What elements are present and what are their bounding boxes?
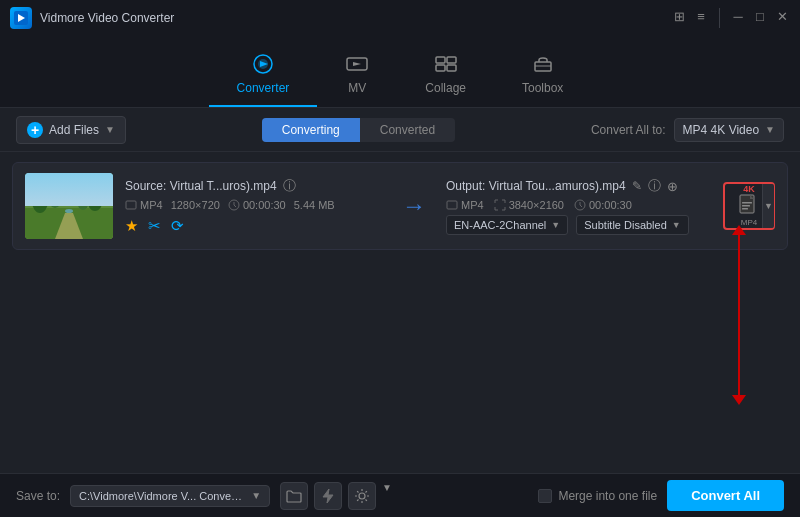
folder-icon-btn[interactable]: [280, 482, 308, 510]
source-resolution: 1280×720: [171, 199, 220, 211]
tab-toolbox[interactable]: Toolbox: [494, 44, 591, 107]
audio-select[interactable]: EN-AAC-2Channel ▼: [446, 215, 568, 235]
format-badge[interactable]: 4K MP4 ▼: [723, 182, 775, 230]
badge-format: MP4: [741, 219, 757, 227]
window-grid-btn[interactable]: ⊞: [671, 8, 687, 24]
add-files-label: Add Files: [49, 123, 99, 137]
output-edit-icon[interactable]: ✎: [632, 179, 642, 193]
svg-rect-25: [742, 202, 752, 204]
merge-checkbox[interactable]: [538, 489, 552, 503]
format-dropdown-arrow: ▼: [765, 124, 775, 135]
output-format: MP4: [446, 199, 484, 211]
audio-select-arrow: ▼: [551, 220, 560, 230]
svg-rect-8: [436, 65, 445, 71]
output-add-icon[interactable]: ⊕: [667, 179, 678, 194]
svg-rect-9: [447, 65, 456, 71]
toolbar: + Add Files ▼ Converting Converted Conve…: [0, 108, 800, 152]
subtitle-select-value: Subtitle Disabled: [584, 219, 667, 231]
restore-button[interactable]: □: [752, 8, 768, 24]
svg-rect-27: [742, 208, 748, 210]
save-path-text: C:\Vidmore\Vidmore V... Converter\Conver…: [79, 490, 245, 502]
svg-rect-6: [436, 57, 445, 63]
window-controls: ⊞ ≡ ─ □ ✕: [671, 8, 790, 28]
badge-file-icon: [738, 194, 760, 219]
format-badge-container: 4K MP4 ▼: [723, 182, 775, 230]
merge-label: Merge into one file: [558, 489, 657, 503]
effects-icon[interactable]: ⟳: [171, 217, 184, 235]
converting-tabs: Converting Converted: [262, 118, 455, 142]
collage-tab-label: Collage: [425, 81, 466, 95]
converter-icon: [251, 54, 275, 77]
close-button[interactable]: ✕: [774, 8, 790, 24]
output-resolution: 3840×2160: [494, 199, 564, 211]
svg-rect-12: [25, 173, 113, 208]
mv-tab-label: MV: [348, 81, 366, 95]
tab-collage[interactable]: Collage: [397, 44, 494, 107]
convert-arrow: →: [394, 192, 434, 220]
cut-icon[interactable]: ✂: [148, 217, 161, 235]
audio-select-value: EN-AAC-2Channel: [454, 219, 546, 231]
output-section: Output: Virtual Tou...amuros).mp4 ✎ ⓘ ⊕ …: [446, 177, 703, 235]
svg-marker-28: [323, 489, 333, 503]
svg-point-19: [65, 209, 73, 213]
app-logo: [10, 7, 32, 29]
converter-tab-label: Converter: [237, 81, 290, 95]
svg-rect-22: [447, 201, 457, 209]
svg-rect-7: [447, 57, 456, 63]
output-info-icon[interactable]: ⓘ: [648, 177, 661, 195]
thumb-image: [25, 173, 113, 239]
format-label: MP4 4K Video: [683, 123, 760, 137]
svg-point-18: [77, 192, 89, 210]
svg-point-29: [359, 493, 365, 499]
toolbox-tab-label: Toolbox: [522, 81, 563, 95]
badge-quality: 4K: [743, 185, 755, 194]
merge-check: Merge into one file: [538, 489, 657, 503]
toolbox-icon: [531, 54, 555, 77]
svg-point-15: [32, 189, 48, 213]
lightning-icon-btn[interactable]: [314, 482, 342, 510]
file-actions: ★ ✂ ⟳: [125, 217, 382, 235]
save-path-selector[interactable]: C:\Vidmore\Vidmore V... Converter\Conver…: [70, 485, 270, 507]
nav-bar: Converter MV Collage: [0, 36, 800, 108]
bottom-icons: ▼: [280, 482, 392, 510]
source-size: 5.44 MB: [294, 199, 335, 211]
collage-icon: [434, 54, 458, 77]
badge-dropdown[interactable]: ▼: [762, 184, 774, 228]
badge-arrow-icon: ▼: [764, 201, 773, 211]
titlebar: Vidmore Video Converter ⊞ ≡ ─ □ ✕: [0, 0, 800, 36]
svg-point-17: [87, 187, 103, 211]
settings-dropdown-arrow[interactable]: ▼: [382, 482, 392, 510]
source-meta: MP4 1280×720 00:00:30 5.44 MB: [125, 199, 382, 211]
mv-icon: [345, 54, 369, 77]
converted-tab[interactable]: Converted: [360, 118, 455, 142]
format-selector[interactable]: MP4 4K Video ▼: [674, 118, 784, 142]
star-icon[interactable]: ★: [125, 217, 138, 235]
minimize-button[interactable]: ─: [730, 8, 746, 24]
output-row: Output: Virtual Tou...amuros).mp4 ✎ ⓘ ⊕: [446, 177, 703, 195]
file-item: Source: Virtual T...uros).mp4 ⓘ MP4 1280…: [12, 162, 788, 250]
add-files-button[interactable]: + Add Files ▼: [16, 116, 126, 144]
content-area: Source: Virtual T...uros).mp4 ⓘ MP4 1280…: [0, 152, 800, 473]
source-duration: 00:00:30: [228, 199, 286, 211]
save-path-arrow: ▼: [251, 490, 261, 501]
output-selects: EN-AAC-2Channel ▼ Subtitle Disabled ▼: [446, 215, 703, 235]
svg-rect-26: [742, 205, 750, 207]
settings-icon-btn[interactable]: [348, 482, 376, 510]
output-duration: 00:00:30: [574, 199, 632, 211]
arrow-right-icon: →: [402, 192, 426, 220]
tab-converter[interactable]: Converter: [209, 44, 318, 107]
add-files-dropdown-arrow[interactable]: ▼: [105, 124, 115, 135]
bottom-bar: Save to: C:\Vidmore\Vidmore V... Convert…: [0, 473, 800, 517]
svg-rect-20: [126, 201, 136, 209]
tab-mv[interactable]: MV: [317, 44, 397, 107]
converting-tab[interactable]: Converting: [262, 118, 360, 142]
source-text: Source: Virtual T...uros).mp4: [125, 179, 277, 193]
convert-all-button[interactable]: Convert All: [667, 480, 784, 511]
subtitle-select[interactable]: Subtitle Disabled ▼: [576, 215, 688, 235]
source-row: Source: Virtual T...uros).mp4 ⓘ: [125, 177, 382, 195]
window-menu-btn[interactable]: ≡: [693, 8, 709, 24]
output-text: Output: Virtual Tou...amuros).mp4: [446, 179, 626, 193]
source-info-icon[interactable]: ⓘ: [283, 177, 296, 195]
subtitle-select-arrow: ▼: [672, 220, 681, 230]
file-info: Source: Virtual T...uros).mp4 ⓘ MP4 1280…: [125, 177, 382, 235]
